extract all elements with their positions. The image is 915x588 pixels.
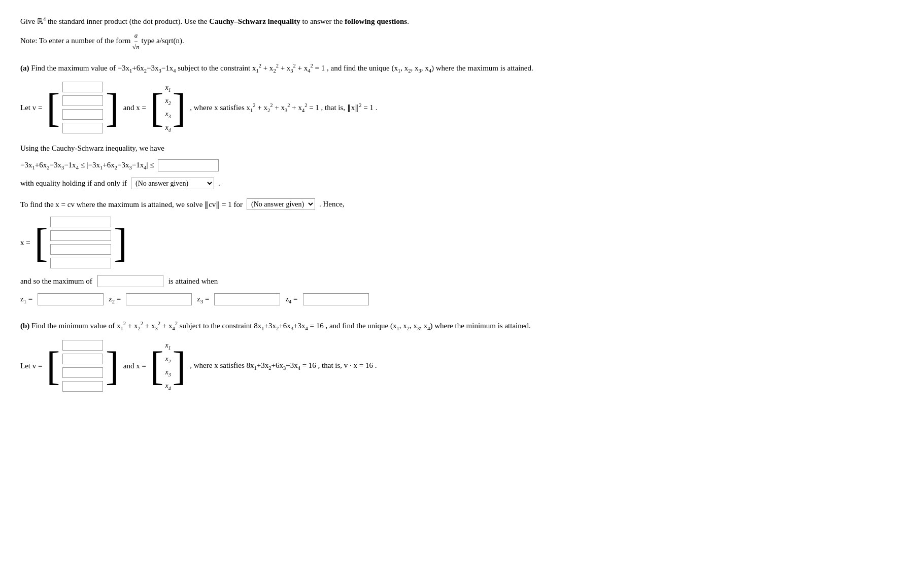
v-b-row4[interactable] (62, 381, 103, 392)
ineq-rhs-input[interactable] (158, 159, 219, 171)
z3-label: z3 = (197, 295, 209, 304)
z1-label: z1 = (20, 295, 32, 304)
x-ans-row2[interactable] (50, 230, 111, 241)
intro-note: Note: To enter a number of the form a√n … (20, 30, 895, 53)
x-matrix-a: [ x1 x2 x3 x4 ] (150, 81, 186, 135)
z3-input[interactable] (214, 293, 280, 305)
part-a-question: (a) Find the maximum value of −3x1+6x2−3… (20, 62, 895, 76)
where-x-text-a: , where x satisfies x12 + x22 + x32 + x4… (190, 102, 377, 113)
x-answer-matrix[interactable]: [ ] (35, 215, 127, 270)
v-b-row3[interactable] (62, 367, 103, 378)
max-of-row: and so the maximum of is attained when (20, 275, 895, 287)
hence-text: . Hence, (319, 200, 345, 209)
max-of-text: and so the maximum of (20, 277, 92, 286)
and-x-label-a: and x = (123, 103, 146, 112)
and-x-label-b: and x = (123, 362, 146, 370)
inequality-row: −3x1+6x2−3x3−1x4 ≤ |−3x1+6x2−3x3−1x4| ≤ (20, 159, 895, 171)
equality-row: with equality holding if and only if (No… (20, 178, 895, 189)
equality-condition-select[interactable]: (No answer given) x = cv for some scalar… (131, 178, 214, 189)
z2-input[interactable] (126, 293, 192, 305)
v-a-row4[interactable] (62, 123, 103, 133)
v-b-row2[interactable] (62, 354, 103, 364)
find-x-text: To find the x = cv where the maximum is … (20, 200, 243, 209)
v-b-row1[interactable] (62, 340, 103, 351)
let-v-label-a: Let v = (20, 103, 42, 112)
v-matrix-a[interactable]: [ ] (46, 80, 119, 135)
x-ans-row1[interactable] (50, 217, 111, 227)
v-a-row2[interactable] (62, 95, 103, 106)
z-values-row: z1 = z2 = z3 = z4 = (20, 293, 895, 305)
max-value-input[interactable] (97, 275, 163, 287)
where-x-text-b: , where x satisfies 8x1+3x2+6x3+3x4 = 16… (190, 361, 377, 371)
v-matrix-b[interactable]: [ ] (46, 338, 119, 393)
z4-input[interactable] (303, 293, 369, 305)
period-1: . (218, 179, 220, 188)
z4-label: z4 = (285, 295, 297, 304)
with-equality-text: with equality holding if and only if (20, 179, 127, 188)
x-ans-row4[interactable] (50, 258, 111, 268)
let-v-label-b: Let v = (20, 362, 42, 370)
z1-input[interactable] (38, 293, 104, 305)
part-b-question: (b) Find the minimum value of x12 + x22 … (20, 320, 895, 333)
cauchy-schwarz-text: Using the Cauchy-Schwarz inequality, we … (20, 142, 895, 154)
intro-line1: Give ℝ4 the standard inner product (the … (20, 15, 895, 27)
x-result-row: x = [ ] (20, 215, 895, 270)
v-a-row1[interactable] (62, 82, 103, 92)
ineq-lhs: −3x1+6x2−3x3−1x4 ≤ |−3x1+6x2−3x3−1x4| ≤ (20, 161, 154, 170)
x-equals-label: x = (20, 238, 30, 247)
is-attained-text: is attained when (168, 277, 218, 286)
let-v-row-b: Let v = [ ] and x = [ x1 x2 x3 x4 ] , w (20, 338, 895, 393)
solve-for-select[interactable]: (No answer given) c (247, 198, 315, 210)
let-v-row-a: Let v = [ ] and x = [ x1 x2 x3 x4 ] , w (20, 80, 895, 135)
v-a-row3[interactable] (62, 109, 103, 120)
x-ans-row3[interactable] (50, 244, 111, 255)
find-x-row: To find the x = cv where the maximum is … (20, 198, 895, 210)
z2-label: z2 = (109, 295, 121, 304)
x-matrix-b: [ x1 x2 x3 x4 ] (150, 339, 186, 393)
